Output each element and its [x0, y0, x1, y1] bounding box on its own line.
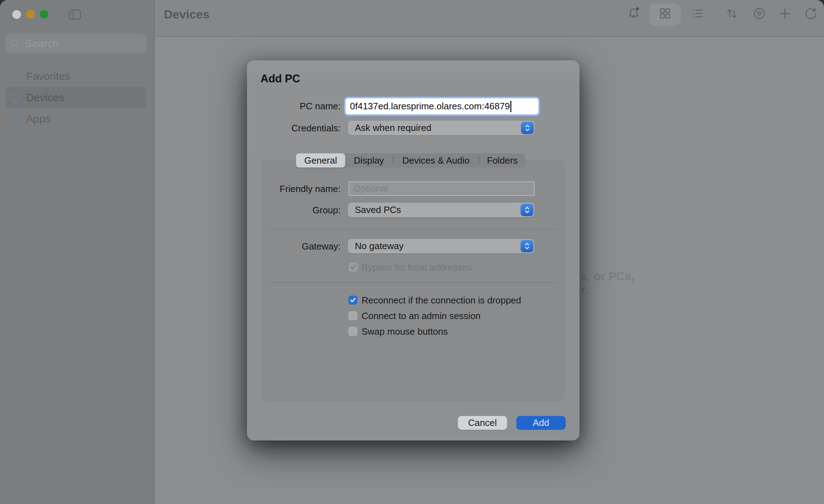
- app-window: Search Favorites Devices: [0, 0, 824, 504]
- star-icon: [10, 71, 21, 82]
- tab-folders[interactable]: Folders: [479, 153, 525, 168]
- search-input[interactable]: Search: [6, 34, 146, 53]
- refresh-icon: [803, 6, 819, 21]
- gateway-value: No gateway: [355, 241, 521, 252]
- friendly-name-input[interactable]: [348, 181, 535, 196]
- credentials-select[interactable]: Ask when required: [348, 121, 535, 135]
- group-label: Group:: [247, 204, 341, 216]
- search-placeholder: Search: [25, 38, 59, 50]
- group-select[interactable]: Saved PCs: [348, 203, 534, 217]
- checkmark-icon: [350, 297, 356, 303]
- add-button[interactable]: Add: [516, 416, 566, 430]
- admin-session-checkbox[interactable]: [348, 311, 357, 320]
- gateway-select[interactable]: No gateway: [348, 239, 534, 253]
- monitor-icon: [10, 92, 21, 103]
- tab-content-panel: [261, 160, 565, 401]
- refresh-button[interactable]: [803, 6, 819, 21]
- gateway-label: Gateway:: [247, 240, 341, 252]
- bypass-local-checkbox: [349, 263, 358, 272]
- tab-devices-audio[interactable]: Devices & Audio: [393, 153, 479, 168]
- pc-name-value: 0f4137ed.laresprime.olares.com:46879: [350, 101, 510, 112]
- empty-state-text-line1: s, or PCs,: [581, 270, 635, 283]
- admin-session-label: Connect to an admin session: [362, 310, 480, 322]
- dialog-title: Add PC: [260, 72, 300, 85]
- sidebar-item-apps[interactable]: Apps: [5, 108, 146, 130]
- list-view-icon: [690, 6, 705, 21]
- filter-icon: [752, 6, 767, 21]
- dropdown-stepper-icon: [521, 122, 534, 134]
- swap-mouse-checkbox[interactable]: [348, 327, 357, 336]
- tab-general[interactable]: General: [296, 153, 345, 168]
- sidebar-item-label: Apps: [26, 113, 50, 125]
- search-icon: [11, 39, 21, 49]
- group-value: Saved PCs: [355, 204, 521, 215]
- notifications-bell-icon: [626, 6, 642, 21]
- section-divider: [269, 282, 557, 283]
- swap-mouse-label: Swap mouse buttons: [362, 325, 448, 338]
- window-zoom-button[interactable]: [40, 10, 48, 18]
- section-divider: [269, 229, 557, 230]
- grid-view-icon: [657, 6, 673, 21]
- checkmark-icon: [350, 264, 356, 270]
- dialog-tabs: General Display Devices & Audio Folders: [296, 153, 525, 168]
- sort-icon: [724, 6, 740, 21]
- empty-state-text-line2: r.: [581, 283, 588, 297]
- sidebar-item-label: Favorites: [26, 70, 70, 82]
- credentials-value: Ask when required: [355, 122, 521, 133]
- notifications-button[interactable]: [626, 6, 642, 21]
- sidebar-item-devices[interactable]: Devices: [5, 87, 146, 108]
- dropdown-stepper-icon: [521, 204, 533, 216]
- credentials-label: Credentials:: [247, 122, 341, 134]
- sidebar: Search Favorites Devices: [0, 0, 155, 504]
- add-pc-dialog: Add PC PC name: 0f4137ed.laresprime.olar…: [247, 60, 579, 440]
- text-caret: [510, 101, 511, 112]
- sidebar-toggle-icon[interactable]: [68, 9, 81, 20]
- bypass-local-label: Bypass for local addresses: [362, 261, 472, 273]
- list-view-button[interactable]: [690, 6, 705, 21]
- friendly-name-label: Friendly name:: [247, 183, 341, 195]
- tab-display[interactable]: Display: [345, 153, 392, 168]
- sidebar-item-label: Devices: [26, 92, 64, 104]
- apps-grid-icon: [10, 113, 21, 125]
- add-button-toolbar[interactable]: [777, 6, 793, 21]
- add-icon: [777, 6, 793, 21]
- filter-button[interactable]: [752, 6, 767, 21]
- notification-badge-dot: [636, 7, 639, 10]
- toolbar: Devices: [155, 0, 824, 37]
- page-title: Devices: [164, 7, 210, 21]
- sidebar-item-favorites[interactable]: Favorites: [5, 66, 146, 87]
- sort-button[interactable]: [724, 6, 740, 21]
- window-close-button[interactable]: [12, 10, 21, 19]
- cancel-button[interactable]: Cancel: [458, 416, 507, 430]
- window-minimize-button[interactable]: [26, 10, 35, 18]
- reconnect-checkbox[interactable]: [348, 296, 357, 305]
- grid-view-button[interactable]: [657, 6, 673, 21]
- reconnect-label: Reconnect if the connection is dropped: [362, 294, 521, 306]
- dropdown-stepper-icon: [521, 240, 533, 252]
- pc-name-label: PC name:: [247, 100, 341, 112]
- pc-name-input[interactable]: 0f4137ed.laresprime.olares.com:46879: [346, 98, 538, 114]
